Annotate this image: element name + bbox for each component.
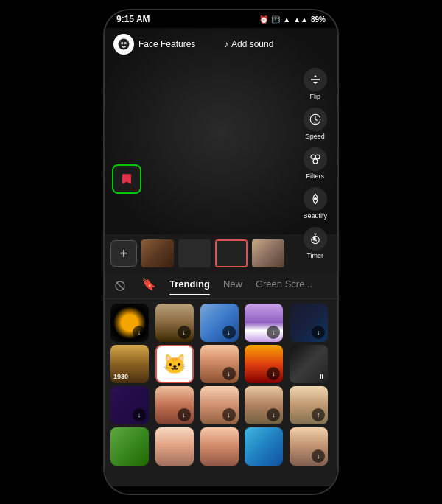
status-icons: ⏰ 📳 ▲ ▲▲ 89% [259,15,326,24]
battery-text: 89% [311,15,326,24]
clip-thumb-3[interactable] [215,239,248,267]
download-icon: ↓ [267,326,280,339]
effect-item[interactable]: ↓ [110,304,149,342]
effect-item[interactable]: 1930 [110,345,149,383]
timer-button[interactable]: 3 Timer [300,224,330,262]
tab-new[interactable]: New [223,279,242,293]
music-icon: ♪ [224,39,228,49]
filters-button[interactable]: Filters [300,144,330,183]
effect-item[interactable]: ↓ [200,345,239,383]
download-icon: ↓ [178,326,191,339]
speed-label: Speed [306,133,325,140]
effect-item[interactable] [245,427,283,466]
effect-item[interactable] [110,427,149,466]
timer-icon: 3 [304,227,327,251]
add-clip-button[interactable]: + [110,240,137,267]
home-button[interactable]: ◯ [212,492,230,495]
effect-item[interactable]: ↓ [245,304,283,342]
download-icon: ↓ [222,367,236,380]
download-icon: ↓ [267,367,280,380]
effect-item[interactable]: ↓ [290,304,328,342]
effect-item[interactable] [155,427,194,466]
svg-point-7 [311,155,315,159]
add-sound-label: Add sound [231,39,273,49]
back-button[interactable]: ◀ [135,492,152,495]
bottom-nav: ◀ ◯ □ [105,486,337,495]
timer-label: Timer [306,252,323,259]
beautify-button[interactable]: Beautify [300,184,330,223]
recents-button[interactable]: □ [290,492,307,495]
effect-number: 1930 [113,373,128,380]
effect-item[interactable]: ⏸ [290,345,328,383]
vibrate-icon: 📳 [271,15,280,24]
effect-item[interactable]: ↓ [110,386,149,424]
flip-icon [304,68,327,91]
effect-item[interactable]: ↓ [155,386,194,424]
effects-grid: ↓ ↓ ↓ ↓ ↓ 1930 🐱 ↓ [105,299,337,470]
download-icon: ↓ [178,408,191,421]
download-icon: ↑ [312,408,325,421]
effect-item[interactable]: ↑ [290,386,328,424]
clip-thumb-4[interactable] [252,239,284,267]
effect-item[interactable]: ↓ [200,304,239,342]
effect-item-selected[interactable]: 🐱 [155,345,194,383]
filters-label: Filters [306,172,324,180]
download-icon: ↓ [133,408,146,421]
face-features-icon [113,34,134,55]
download-icon: ↓ [312,326,325,339]
svg-point-2 [124,42,127,44]
cat-emoji: 🐱 [163,353,186,376]
svg-point-8 [315,155,320,159]
svg-point-1 [121,42,123,44]
effect-item[interactable]: ↓ [155,304,194,342]
tab-trending[interactable]: Trending [169,279,210,293]
speed-icon: 1x [304,108,327,131]
face-features-button[interactable]: Face Features [113,34,195,55]
flip-button[interactable]: Flip [300,65,330,103]
tab-green-screen[interactable]: Green Scre... [256,279,312,293]
alarm-icon: ⏰ [259,15,268,24]
effect-item[interactable]: ↓ [290,427,328,466]
flip-label: Flip [309,93,320,100]
beautify-label: Beautify [303,212,327,220]
filters-icon [304,147,327,171]
download-icon: ↓ [222,408,236,421]
bookmark-button[interactable] [112,164,141,194]
download-icon: ↓ [267,408,280,421]
wifi-icon: ▲ [283,15,290,24]
speed-button[interactable]: 1x Speed [300,105,330,143]
tab-ban-icon[interactable] [112,278,128,294]
phone-frame: 9:15 AM ⏰ 📳 ▲ ▲▲ 89% [103,9,339,495]
clip-thumb-2[interactable] [178,239,211,267]
svg-point-10 [314,198,316,200]
download-icon: ↓ [312,449,325,463]
beautify-icon [304,187,327,211]
svg-point-9 [313,159,318,164]
add-sound-button[interactable]: ♪ Add sound [224,39,273,49]
effects-panel: 🔖 Trending New Green Scre... ↓ ↓ ↓ [105,273,337,486]
svg-line-14 [116,282,124,290]
effects-tabs: 🔖 Trending New Green Scre... [105,273,337,299]
tab-saved-icon[interactable]: 🔖 [141,277,156,294]
svg-text:1x: 1x [313,122,318,126]
face-features-label: Face Features [138,39,195,49]
download-icon: ↓ [133,326,146,339]
signal-icon: ▲▲ [293,15,308,24]
effect-item[interactable]: ↓ [200,386,239,424]
status-bar: 9:15 AM ⏰ 📳 ▲ ▲▲ 89% [105,10,337,28]
right-toolbar: Flip 1x Speed [300,65,330,262]
effect-item[interactable] [200,427,239,466]
effect-item[interactable]: ↓ [245,345,283,383]
top-bar: Face Features ♪ Add sound [105,34,337,55]
download-icon: ↓ [222,326,236,339]
effect-item[interactable]: ↓ [245,386,283,424]
camera-area: Face Features ♪ Add sound Flip [105,28,337,234]
clip-thumb-1[interactable] [141,239,174,267]
status-time: 9:15 AM [116,14,150,24]
